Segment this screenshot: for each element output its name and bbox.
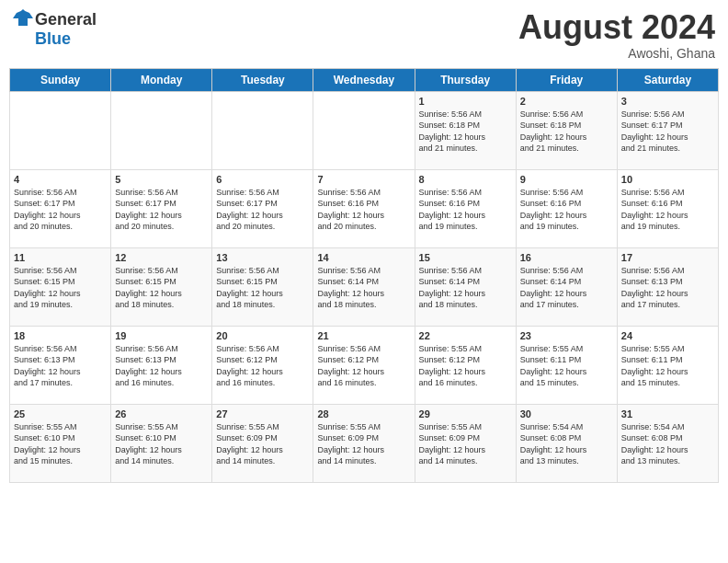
calendar-cell: 7Sunrise: 5:56 AM Sunset: 6:16 PM Daylig… <box>313 169 415 247</box>
header-saturday: Saturday <box>617 68 718 91</box>
calendar-cell: 8Sunrise: 5:56 AM Sunset: 6:16 PM Daylig… <box>415 169 516 247</box>
calendar-cell: 26Sunrise: 5:55 AM Sunset: 6:10 PM Dayli… <box>111 404 212 482</box>
calendar-table: SundayMondayTuesdayWednesdayThursdayFrid… <box>9 68 719 483</box>
day-number: 14 <box>317 252 410 263</box>
calendar-cell: 15Sunrise: 5:56 AM Sunset: 6:14 PM Dayli… <box>415 247 516 326</box>
title-block: August 2024 Awoshi, Ghana <box>518 9 715 61</box>
day-number: 23 <box>520 330 613 341</box>
calendar-cell: 20Sunrise: 5:56 AM Sunset: 6:12 PM Dayli… <box>212 326 313 404</box>
logo-icon <box>13 9 33 29</box>
calendar-cell: 17Sunrise: 5:56 AM Sunset: 6:13 PM Dayli… <box>617 247 718 326</box>
day-info: Sunrise: 5:55 AM Sunset: 6:11 PM Dayligh… <box>621 343 714 389</box>
week-row-5: 25Sunrise: 5:55 AM Sunset: 6:10 PM Dayli… <box>10 404 719 482</box>
calendar-cell: 25Sunrise: 5:55 AM Sunset: 6:10 PM Dayli… <box>10 404 111 482</box>
day-info: Sunrise: 5:56 AM Sunset: 6:16 PM Dayligh… <box>317 187 410 233</box>
day-info: Sunrise: 5:55 AM Sunset: 6:11 PM Dayligh… <box>520 343 613 389</box>
calendar-cell: 1Sunrise: 5:56 AM Sunset: 6:18 PM Daylig… <box>415 91 516 169</box>
day-number: 30 <box>520 408 613 419</box>
calendar-cell: 30Sunrise: 5:54 AM Sunset: 6:08 PM Dayli… <box>516 404 617 482</box>
header-row: SundayMondayTuesdayWednesdayThursdayFrid… <box>10 68 719 91</box>
week-row-4: 18Sunrise: 5:56 AM Sunset: 6:13 PM Dayli… <box>10 326 719 404</box>
calendar-cell: 3Sunrise: 5:56 AM Sunset: 6:17 PM Daylig… <box>617 91 718 169</box>
calendar-cell: 16Sunrise: 5:56 AM Sunset: 6:14 PM Dayli… <box>516 247 617 326</box>
calendar-cell: 27Sunrise: 5:55 AM Sunset: 6:09 PM Dayli… <box>212 404 313 482</box>
week-row-3: 11Sunrise: 5:56 AM Sunset: 6:15 PM Dayli… <box>10 247 719 326</box>
day-info: Sunrise: 5:56 AM Sunset: 6:13 PM Dayligh… <box>621 265 714 311</box>
day-number: 13 <box>216 252 309 263</box>
day-info: Sunrise: 5:55 AM Sunset: 6:09 PM Dayligh… <box>317 421 410 467</box>
day-number: 6 <box>216 174 309 185</box>
calendar-cell <box>111 91 212 169</box>
day-info: Sunrise: 5:56 AM Sunset: 6:16 PM Dayligh… <box>520 187 613 233</box>
day-number: 19 <box>115 330 208 341</box>
week-row-1: 1Sunrise: 5:56 AM Sunset: 6:18 PM Daylig… <box>10 91 719 169</box>
day-number: 21 <box>317 330 410 341</box>
calendar-cell: 11Sunrise: 5:56 AM Sunset: 6:15 PM Dayli… <box>10 247 111 326</box>
header-monday: Monday <box>111 68 212 91</box>
day-number: 2 <box>520 96 613 107</box>
day-number: 4 <box>14 174 107 185</box>
calendar-cell: 23Sunrise: 5:55 AM Sunset: 6:11 PM Dayli… <box>516 326 617 404</box>
header-friday: Friday <box>516 68 617 91</box>
day-info: Sunrise: 5:54 AM Sunset: 6:08 PM Dayligh… <box>621 421 714 467</box>
day-info: Sunrise: 5:55 AM Sunset: 6:10 PM Dayligh… <box>115 421 208 467</box>
calendar-cell: 21Sunrise: 5:56 AM Sunset: 6:12 PM Dayli… <box>313 326 415 404</box>
day-info: Sunrise: 5:56 AM Sunset: 6:12 PM Dayligh… <box>317 343 410 389</box>
day-info: Sunrise: 5:56 AM Sunset: 6:18 PM Dayligh… <box>520 109 613 155</box>
svg-rect-2 <box>18 18 28 26</box>
day-number: 1 <box>419 96 512 107</box>
day-info: Sunrise: 5:55 AM Sunset: 6:12 PM Dayligh… <box>419 343 512 389</box>
day-info: Sunrise: 5:55 AM Sunset: 6:09 PM Dayligh… <box>419 421 512 467</box>
day-info: Sunrise: 5:56 AM Sunset: 6:18 PM Dayligh… <box>419 109 512 155</box>
calendar-cell: 14Sunrise: 5:56 AM Sunset: 6:14 PM Dayli… <box>313 247 415 326</box>
logo-blue: Blue <box>35 29 71 49</box>
day-number: 5 <box>115 174 208 185</box>
day-info: Sunrise: 5:56 AM Sunset: 6:13 PM Dayligh… <box>115 343 208 389</box>
day-info: Sunrise: 5:56 AM Sunset: 6:17 PM Dayligh… <box>14 187 107 233</box>
day-number: 18 <box>14 330 107 341</box>
day-number: 16 <box>520 252 613 263</box>
day-info: Sunrise: 5:56 AM Sunset: 6:16 PM Dayligh… <box>621 187 714 233</box>
calendar-cell <box>313 91 415 169</box>
day-number: 11 <box>14 252 107 263</box>
calendar-cell: 2Sunrise: 5:56 AM Sunset: 6:18 PM Daylig… <box>516 91 617 169</box>
day-info: Sunrise: 5:56 AM Sunset: 6:17 PM Dayligh… <box>115 187 208 233</box>
day-number: 24 <box>621 330 714 341</box>
day-number: 31 <box>621 408 714 419</box>
header-wednesday: Wednesday <box>313 68 415 91</box>
day-number: 12 <box>115 252 208 263</box>
day-number: 9 <box>520 174 613 185</box>
day-number: 17 <box>621 252 714 263</box>
header-tuesday: Tuesday <box>212 68 313 91</box>
day-info: Sunrise: 5:55 AM Sunset: 6:10 PM Dayligh… <box>14 421 107 467</box>
day-info: Sunrise: 5:56 AM Sunset: 6:15 PM Dayligh… <box>115 265 208 311</box>
day-number: 15 <box>419 252 512 263</box>
calendar-cell: 10Sunrise: 5:56 AM Sunset: 6:16 PM Dayli… <box>617 169 718 247</box>
calendar-cell: 13Sunrise: 5:56 AM Sunset: 6:15 PM Dayli… <box>212 247 313 326</box>
day-info: Sunrise: 5:56 AM Sunset: 6:14 PM Dayligh… <box>317 265 410 311</box>
calendar-cell: 31Sunrise: 5:54 AM Sunset: 6:08 PM Dayli… <box>617 404 718 482</box>
day-info: Sunrise: 5:56 AM Sunset: 6:14 PM Dayligh… <box>520 265 613 311</box>
day-number: 27 <box>216 408 309 419</box>
calendar-cell: 18Sunrise: 5:56 AM Sunset: 6:13 PM Dayli… <box>10 326 111 404</box>
calendar-cell: 9Sunrise: 5:56 AM Sunset: 6:16 PM Daylig… <box>516 169 617 247</box>
day-number: 3 <box>621 96 714 107</box>
day-info: Sunrise: 5:56 AM Sunset: 6:17 PM Dayligh… <box>621 109 714 155</box>
day-number: 10 <box>621 174 714 185</box>
day-number: 22 <box>419 330 512 341</box>
calendar-cell: 29Sunrise: 5:55 AM Sunset: 6:09 PM Dayli… <box>415 404 516 482</box>
header-thursday: Thursday <box>415 68 516 91</box>
calendar-cell <box>10 91 111 169</box>
logo: General Blue <box>13 9 97 49</box>
day-info: Sunrise: 5:56 AM Sunset: 6:15 PM Dayligh… <box>14 265 107 311</box>
day-number: 8 <box>419 174 512 185</box>
day-info: Sunrise: 5:55 AM Sunset: 6:09 PM Dayligh… <box>216 421 309 467</box>
calendar-cell: 12Sunrise: 5:56 AM Sunset: 6:15 PM Dayli… <box>111 247 212 326</box>
day-info: Sunrise: 5:56 AM Sunset: 6:16 PM Dayligh… <box>419 187 512 233</box>
day-number: 20 <box>216 330 309 341</box>
day-number: 25 <box>14 408 107 419</box>
calendar-cell: 22Sunrise: 5:55 AM Sunset: 6:12 PM Dayli… <box>415 326 516 404</box>
day-number: 7 <box>317 174 410 185</box>
calendar-cell: 5Sunrise: 5:56 AM Sunset: 6:17 PM Daylig… <box>111 169 212 247</box>
location: Awoshi, Ghana <box>518 46 715 61</box>
